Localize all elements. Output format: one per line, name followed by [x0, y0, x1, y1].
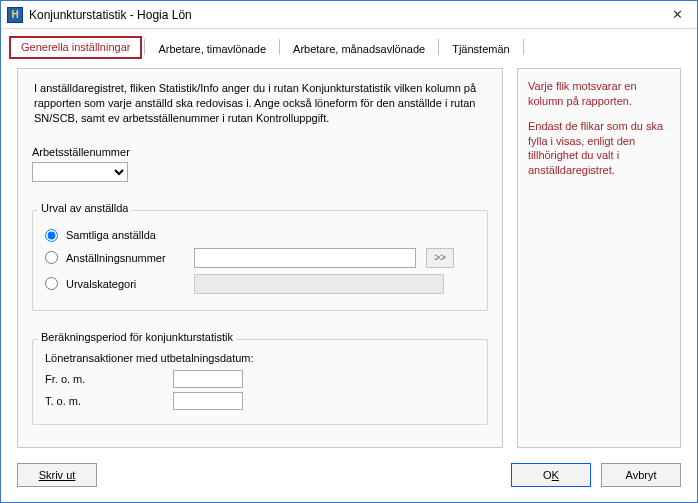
arbetsstalle-combo[interactable] — [32, 162, 128, 182]
dialog-window: H Konjunkturstatistik - Hogia Lön ✕ Gene… — [0, 0, 698, 503]
radio-row-samtliga: Samtliga anställda — [45, 229, 475, 242]
period-group-label: Beräkningsperiod för konjunkturstatistik — [38, 331, 236, 343]
urvalskategori-input — [194, 274, 444, 294]
period-from-label: Fr. o. m. — [45, 373, 165, 385]
period-to-label: T. o. m. — [45, 395, 165, 407]
period-row-from: Fr. o. m. — [45, 370, 475, 388]
titlebar: H Konjunkturstatistik - Hogia Lön ✕ — [1, 1, 697, 29]
radio-urvalskategori[interactable] — [45, 277, 58, 290]
cancel-button[interactable]: Avbryt — [601, 463, 681, 487]
radio-row-anstnr: Anställningsnummer >> — [45, 248, 475, 268]
tab-separator — [279, 39, 280, 55]
side-info-p2: Endast de flikar som du ska fylla i visa… — [528, 119, 670, 178]
side-info-panel: Varje flik motsvarar en kolumn på rappor… — [517, 68, 681, 448]
close-button[interactable]: ✕ — [657, 1, 697, 29]
tab-arbetare-manad[interactable]: Arbetare, månadsavlönade — [282, 39, 436, 59]
urval-group-label: Urval av anställda — [38, 202, 131, 214]
app-icon: H — [7, 7, 23, 23]
close-icon: ✕ — [672, 7, 683, 22]
radio-samtliga-label: Samtliga anställda — [66, 229, 188, 241]
group-arbetsstalle: Arbetsställenummer — [32, 146, 488, 182]
tab-arbetare-tim[interactable]: Arbetare, timavlönade — [147, 39, 277, 59]
period-from-input[interactable] — [173, 370, 243, 388]
tab-separator — [144, 39, 145, 55]
print-button-label: Skriv ut — [39, 469, 76, 481]
dialog-footer: Skriv ut OK Avbryt — [1, 456, 697, 502]
anstnr-chooser-button[interactable]: >> — [426, 248, 454, 268]
ok-button[interactable]: OK — [511, 463, 591, 487]
tab-separator — [438, 39, 439, 55]
tab-general-settings[interactable]: Generella inställningar — [9, 36, 142, 59]
radio-urvalskategori-label: Urvalskategori — [66, 278, 188, 290]
period-sub-label: Lönetransaktioner med utbetalningsdatum: — [45, 352, 475, 364]
print-button[interactable]: Skriv ut — [17, 463, 97, 487]
radio-anstallningsnummer[interactable] — [45, 251, 58, 264]
radio-samtliga[interactable] — [45, 229, 58, 242]
tab-tjansteman[interactable]: Tjänstemän — [441, 39, 520, 59]
tab-strip: Generella inställningar Arbetare, timavl… — [1, 29, 697, 58]
radio-anstnr-label: Anställningsnummer — [66, 252, 188, 264]
main-panel: I anställdaregistret, fliken Statistik/I… — [17, 68, 503, 448]
period-row-to: T. o. m. — [45, 392, 475, 410]
urval-group-box: Samtliga anställda Anställningsnummer >>… — [32, 210, 488, 311]
intro-text: I anställdaregistret, fliken Statistik/I… — [32, 79, 488, 132]
group-period: Beräkningsperiod för konjunkturstatistik… — [32, 325, 488, 425]
ok-button-label: OK — [543, 469, 559, 481]
arbetsstalle-label: Arbetsställenummer — [32, 146, 488, 158]
period-to-input[interactable] — [173, 392, 243, 410]
content-area: I anställdaregistret, fliken Statistik/I… — [1, 58, 697, 456]
group-urval: Urval av anställda Samtliga anställda An… — [32, 196, 488, 311]
anstnr-input[interactable] — [194, 248, 416, 268]
side-info-p1: Varje flik motsvarar en kolumn på rappor… — [528, 79, 670, 109]
tab-separator — [523, 39, 524, 55]
window-title: Konjunkturstatistik - Hogia Lön — [29, 8, 657, 22]
radio-row-urvalskategori: Urvalskategori — [45, 274, 475, 294]
period-group-box: Lönetransaktioner med utbetalningsdatum:… — [32, 339, 488, 425]
